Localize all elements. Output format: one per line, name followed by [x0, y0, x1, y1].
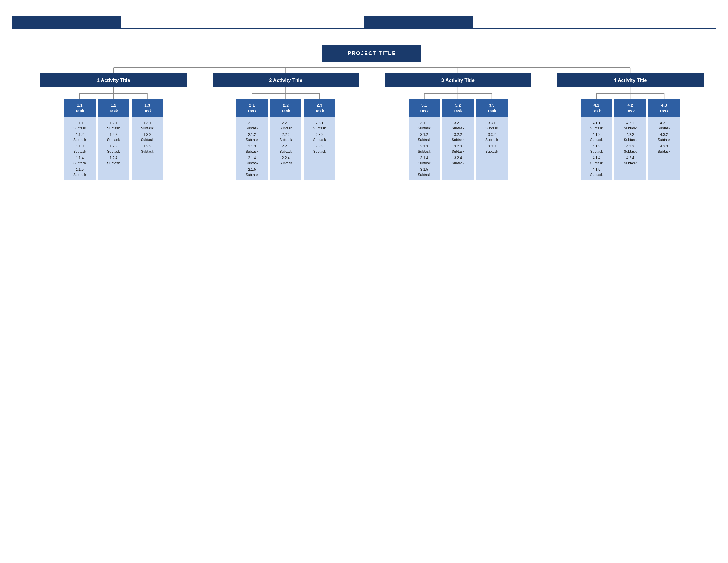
- act-tasks-group-4: 4.1 Task4.1.1 Subtask4.1.2 Subtask4.1.3 …: [544, 99, 717, 180]
- sidebar-cell-level2: LEVEL 2: [12, 80, 25, 108]
- subtask-entry: 2.2.3 Subtask: [280, 143, 292, 155]
- subtask-entry: 3.1.3 Subtask: [418, 143, 430, 155]
- activity-title-4: 4 Activity Title: [557, 73, 704, 87]
- subtask-entry: 3.3.2 Subtask: [485, 131, 498, 143]
- task-col-4.3: 4.3 Task4.3.1 Subtask4.3.2 Subtask4.3.3 …: [648, 99, 680, 180]
- task-col-1.1: 1.1 Task1.1.1 Subtask1.1.2 Subtask1.1.3 …: [64, 99, 96, 180]
- subtasks-col-3.1: 3.1.1 Subtask3.1.2 Subtask3.1.3 Subtask3…: [409, 117, 440, 180]
- subtasks-col-4.2: 4.2.1 Subtask4.2.2 Subtask4.2.3 Subtask4…: [614, 117, 646, 180]
- task-col-2.3: 2.3 Task2.3.1 Subtask2.3.2 Subtask2.3.3 …: [304, 99, 335, 180]
- act-tasks-group-1: 1.1 Task1.1.1 Subtask1.1.2 Subtask1.1.3 …: [27, 99, 200, 180]
- subtasks-col-2.1: 2.1.1 Subtask2.1.2 Subtask2.1.3 Subtask2…: [236, 117, 268, 180]
- subtask-entry: 1.1.3 Subtask: [73, 143, 86, 155]
- level1-row: PROJECT TITLE: [27, 39, 716, 62]
- subtask-entry: 4.1.2 Subtask: [590, 131, 603, 143]
- act-tasks-group-3: 3.1 Task3.1.1 Subtask3.1.2 Subtask3.1.3 …: [372, 99, 544, 180]
- subtask-entry: 4.2.1 Subtask: [624, 120, 637, 131]
- subtask-entry: 3.2.1 Subtask: [452, 120, 464, 131]
- subtask-entry: 1.2.1 Subtask: [107, 120, 120, 131]
- task-col-3.3: 3.3 Task3.3.1 Subtask3.3.2 Subtask3.3.3 …: [476, 99, 508, 180]
- subtask-entry: 4.2.3 Subtask: [624, 143, 637, 155]
- subtask-entry: 1.3.2 Subtask: [141, 131, 153, 143]
- task-col-2.1: 2.1 Task2.1.1 Subtask2.1.2 Subtask2.1.3 …: [236, 99, 268, 180]
- task-box-2.1: 2.1 Task: [236, 99, 268, 117]
- activity-title-3: 3 Activity Title: [385, 73, 531, 87]
- subtasks-col-2.2: 2.2.1 Subtask2.2.2 Subtask2.2.3 Subtask2…: [270, 117, 301, 180]
- level-sidebar: LEVEL 1LEVEL 2LEVEL 3LEVEL 4: [12, 39, 25, 180]
- activity-group-2: 2 Activity Title: [200, 73, 372, 87]
- project-title-value[interactable]: [121, 16, 364, 22]
- subtask-entry: 3.3.1 Subtask: [485, 120, 498, 131]
- subtask-entry: 1.2.2 Subtask: [107, 131, 120, 143]
- tasks-row-4: 4.1 Task4.1.1 Subtask4.1.2 Subtask4.1.3 …: [544, 99, 717, 180]
- subtask-entry: 2.1.1 Subtask: [246, 120, 258, 131]
- level2-row: 1 Activity Title2 Activity Title3 Activi…: [27, 73, 716, 87]
- subtask-entry: 3.1.1 Subtask: [418, 120, 430, 131]
- subtask-entry: 1.3.1 Subtask: [141, 120, 153, 131]
- task-col-4.1: 4.1 Task4.1.1 Subtask4.1.2 Subtask4.1.3 …: [581, 99, 612, 180]
- subtask-entry: 1.3.3 Subtask: [141, 143, 153, 155]
- sidebar-cell-level3: LEVEL 3: [12, 108, 25, 118]
- subtask-entry: 3.2.3 Subtask: [452, 143, 464, 155]
- subtasks-col-4.1: 4.1.1 Subtask4.1.2 Subtask4.1.3 Subtask4…: [581, 117, 612, 180]
- task-box-2.2: 2.2 Task: [270, 99, 301, 117]
- subtask-entry: 3.2.2 Subtask: [452, 131, 464, 143]
- subtask-entry: 4.3.2 Subtask: [658, 131, 670, 143]
- connector-row-1-2: [27, 62, 716, 73]
- subtask-entry: 2.2.2 Subtask: [280, 131, 292, 143]
- subtask-entry: 1.1.4 Subtask: [73, 155, 86, 166]
- subtask-entry: 1.1.1 Subtask: [73, 120, 86, 131]
- task-box-4.1: 4.1 Task: [581, 99, 612, 117]
- subtask-entry: 1.2.4 Subtask: [107, 155, 120, 166]
- info-table: [12, 16, 716, 29]
- task-col-2.2: 2.2 Task2.2.1 Subtask2.2.2 Subtask2.2.3 …: [270, 99, 301, 180]
- project-manager-value[interactable]: [121, 22, 364, 29]
- main-chart: PROJECT TITLE1 Activity Title2 Activity …: [27, 39, 716, 180]
- connector-row-2-3: [27, 87, 716, 99]
- activity-group-4: 4 Activity Title: [544, 73, 717, 87]
- level3-4-row: 1.1 Task1.1.1 Subtask1.1.2 Subtask1.1.3 …: [27, 99, 716, 180]
- subtasks-col-3.3: 3.3.1 Subtask3.3.2 Subtask3.3.3 Subtask: [476, 117, 508, 180]
- subtask-entry: 2.1.3 Subtask: [246, 143, 258, 155]
- task-col-3.1: 3.1 Task3.1.1 Subtask3.1.2 Subtask3.1.3 …: [409, 99, 440, 180]
- project-title-label: [12, 16, 121, 22]
- task-col-4.2: 4.2 Task4.2.1 Subtask4.2.2 Subtask4.2.3 …: [614, 99, 646, 180]
- activity-group-1: 1 Activity Title: [27, 73, 200, 87]
- task-col-1.3: 1.3 Task1.3.1 Subtask1.3.2 Subtask1.3.3 …: [132, 99, 163, 180]
- company-name-value[interactable]: [473, 16, 716, 22]
- company-name-label: [364, 16, 473, 22]
- subtask-entry: 1.1.2 Subtask: [73, 131, 86, 143]
- date-value[interactable]: [473, 22, 716, 29]
- subtasks-col-3.2: 3.2.1 Subtask3.2.2 Subtask3.2.3 Subtask3…: [442, 117, 474, 180]
- subtask-entry: 2.3.1 Subtask: [313, 120, 326, 131]
- project-title-box: PROJECT TITLE: [322, 45, 421, 62]
- activity-title-1: 1 Activity Title: [40, 73, 187, 87]
- chart-container: PROJECT TITLE1 Activity Title2 Activity …: [27, 39, 716, 180]
- sidebar-label-level2: LEVEL 2: [12, 80, 25, 108]
- tasks-row-2: 2.1 Task2.1.1 Subtask2.1.2 Subtask2.1.3 …: [200, 99, 372, 180]
- subtask-entry: 4.1.3 Subtask: [590, 143, 603, 155]
- subtask-entry: 4.1.4 Subtask: [590, 155, 603, 166]
- subtask-entry: 2.3.2 Subtask: [313, 131, 326, 143]
- info-row-1: [12, 16, 716, 22]
- task-box-1.2: 1.2 Task: [98, 99, 129, 117]
- task-box-4.3: 4.3 Task: [648, 99, 680, 117]
- subtask-entry: 3.1.2 Subtask: [418, 131, 430, 143]
- tasks-row-1: 1.1 Task1.1.1 Subtask1.1.2 Subtask1.1.3 …: [27, 99, 200, 180]
- subtask-entry: 3.3.3 Subtask: [485, 143, 498, 155]
- task-box-2.3: 2.3 Task: [304, 99, 335, 117]
- task-box-1.3: 1.3 Task: [132, 99, 163, 117]
- sidebar-label-level1: LEVEL 1: [12, 39, 25, 80]
- sidebar-cell-level4: LEVEL 4: [12, 117, 25, 180]
- act-tasks-group-2: 2.1 Task2.1.1 Subtask2.1.2 Subtask2.1.3 …: [200, 99, 372, 180]
- subtask-entry: 4.3.1 Subtask: [658, 120, 670, 131]
- task-col-1.2: 1.2 Task1.2.1 Subtask1.2.2 Subtask1.2.3 …: [98, 99, 129, 180]
- task-box-3.2: 3.2 Task: [442, 99, 474, 117]
- sidebar-label-level3: LEVEL 3: [12, 108, 25, 118]
- project-manager-label: [12, 22, 121, 29]
- wbs-diagram: LEVEL 1LEVEL 2LEVEL 3LEVEL 4 PROJECT TIT…: [12, 39, 716, 180]
- subtasks-col-4.3: 4.3.1 Subtask4.3.2 Subtask4.3.3 Subtask: [648, 117, 680, 180]
- subtask-entry: 4.3.3 Subtask: [658, 143, 670, 155]
- subtask-entry: 2.1.5 Subtask: [246, 166, 258, 178]
- subtask-entry: 1.1.5 Subtask: [73, 166, 86, 178]
